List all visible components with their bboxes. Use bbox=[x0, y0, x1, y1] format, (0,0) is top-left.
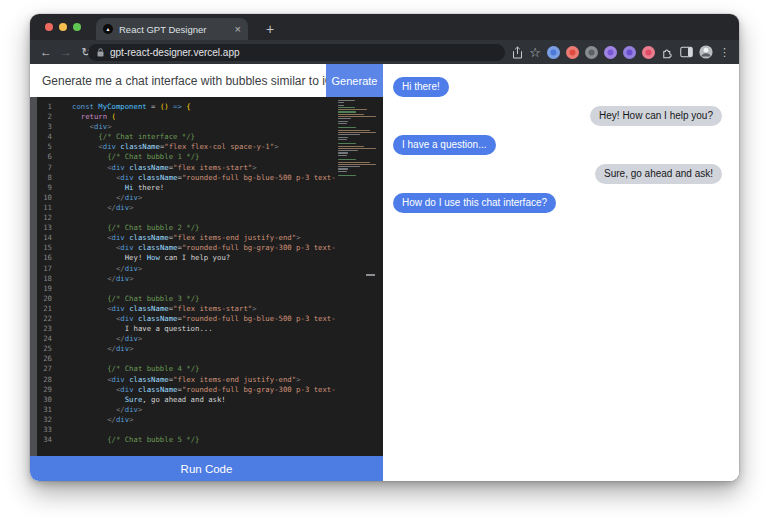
minimap-line bbox=[338, 166, 360, 167]
minimap-line bbox=[338, 102, 344, 103]
minimap-line bbox=[338, 118, 351, 119]
minimap-line bbox=[338, 130, 370, 131]
tab-title: React GPT Designer bbox=[119, 24, 229, 35]
code-line: 4 {/* Chat interface */} bbox=[30, 132, 335, 142]
red-extension-icon[interactable] bbox=[566, 46, 579, 59]
prompt-row: Generate bbox=[30, 64, 383, 97]
code-editor[interactable]: 1const MyComponent = () => {2 return (3 … bbox=[30, 97, 383, 456]
share-icon[interactable] bbox=[512, 46, 523, 59]
code-line: 26 bbox=[30, 354, 335, 364]
minimap-line bbox=[338, 152, 348, 153]
minimap-line bbox=[338, 132, 376, 133]
code-line: 14 <div className="flex items-end justif… bbox=[30, 233, 335, 243]
pink-extension-icon[interactable] bbox=[642, 46, 655, 59]
tab-favicon-icon: ▲ bbox=[103, 24, 113, 34]
purple-extension-icon-2[interactable] bbox=[623, 46, 636, 59]
minimap-line bbox=[338, 150, 358, 151]
code-line: 12 bbox=[30, 213, 335, 223]
code-line: 24 </div> bbox=[30, 334, 335, 344]
bookmark-star-icon[interactable]: ☆ bbox=[529, 46, 541, 59]
address-bar[interactable]: gpt-react-designer.vercel.app bbox=[88, 44, 505, 61]
code-line: 25 </div> bbox=[30, 344, 335, 354]
menu-kebab-icon[interactable]: ⋮ bbox=[719, 46, 730, 59]
code-line: 29 <div className="rounded-full bg-gray-… bbox=[30, 385, 335, 395]
extension-icons bbox=[547, 46, 655, 59]
minimap-line bbox=[338, 105, 344, 106]
minimap-line bbox=[338, 164, 376, 165]
minimap-line bbox=[338, 155, 347, 156]
minimap-line bbox=[338, 123, 347, 124]
forward-button[interactable]: → bbox=[56, 45, 76, 59]
code-line: 15 <div className="rounded-full bg-gray-… bbox=[30, 243, 335, 253]
code-line: 16 Hey! How can I help you? bbox=[30, 253, 335, 263]
code-line: 22 <div className="rounded-full bg-blue-… bbox=[30, 314, 335, 324]
code-line: 34 {/* Chat bubble 5 */} bbox=[30, 435, 335, 445]
code-line: 27 {/* Chat bubble 4 */} bbox=[30, 364, 335, 374]
url-text: gpt-react-designer.vercel.app bbox=[110, 47, 240, 58]
browser-tab[interactable]: ▲ React GPT Designer × bbox=[96, 18, 248, 40]
editor-minimap[interactable] bbox=[338, 100, 383, 178]
overview-ruler-marker bbox=[366, 274, 375, 276]
chat-bubble: Hi there! bbox=[393, 77, 449, 97]
screenshot-stage: ▲ React GPT Designer × + ← → ↻ gpt-react… bbox=[0, 0, 768, 520]
minimap-line bbox=[338, 116, 376, 117]
code-panel: Generate 1const MyComponent = () => {2 r… bbox=[30, 64, 383, 481]
code-line: 13 {/* Chat bubble 2 */} bbox=[30, 223, 335, 233]
generate-button[interactable]: Generate bbox=[326, 64, 383, 97]
code-line: 11 </div> bbox=[30, 203, 335, 213]
code-line: 6 {/* Chat bubble 1 */} bbox=[30, 152, 335, 162]
minimap-line bbox=[338, 139, 347, 140]
code-line: 2 return ( bbox=[30, 112, 335, 122]
browser-toolbar: ← → ↻ gpt-react-designer.vercel.app ☆ bbox=[30, 40, 739, 64]
minimap-line bbox=[338, 134, 360, 135]
back-button[interactable]: ← bbox=[36, 45, 56, 59]
chat-bubble: Hey! How can I help you? bbox=[590, 106, 722, 126]
code-line: 23 I have a question... bbox=[30, 324, 335, 334]
chat-bubble: I have a question... bbox=[393, 135, 496, 155]
tab-close-icon[interactable]: × bbox=[235, 24, 241, 35]
minimap-line bbox=[338, 111, 356, 112]
code-line: 28 <div className="flex items-end justif… bbox=[30, 375, 335, 385]
zoom-window-button[interactable] bbox=[73, 23, 81, 31]
page-content: Generate 1const MyComponent = () => {2 r… bbox=[30, 64, 739, 481]
chat-preview-panel: Hi there!Hey! How can I help you?I have … bbox=[383, 64, 739, 481]
code-line: 21 <div className="flex items-start"> bbox=[30, 304, 335, 314]
minimap-line bbox=[338, 148, 376, 149]
minimap-line bbox=[338, 100, 355, 101]
chat-bubble: How do I use this chat interface? bbox=[393, 193, 556, 213]
code-line: 8 <div className="rounded-full bg-blue-5… bbox=[30, 173, 335, 183]
minimap-line bbox=[338, 137, 348, 138]
minimap-line bbox=[338, 146, 364, 147]
code-line: 9 Hi there! bbox=[30, 183, 335, 193]
purple-extension-icon-1[interactable] bbox=[604, 46, 617, 59]
code-line: 33 bbox=[30, 425, 335, 435]
code-line: 3 <div> bbox=[30, 122, 335, 132]
profile-avatar[interactable] bbox=[699, 45, 713, 59]
run-code-button[interactable]: Run Code bbox=[30, 456, 383, 481]
minimap-line bbox=[338, 121, 348, 122]
code-line: 20 {/* Chat bubble 3 */} bbox=[30, 294, 335, 304]
minimap-line bbox=[338, 114, 364, 115]
toolbar-right-icons: ☆ ⋮ bbox=[512, 40, 730, 64]
minimap-line bbox=[338, 168, 348, 169]
minimap-line bbox=[338, 127, 356, 128]
browser-window: ▲ React GPT Designer × + ← → ↻ gpt-react… bbox=[30, 14, 739, 481]
minimize-window-button[interactable] bbox=[59, 23, 67, 31]
code-line: 30 Sure, go ahead and ask! bbox=[30, 395, 335, 405]
code-line: 18 </div> bbox=[30, 274, 335, 284]
password-manager-extension-icon[interactable] bbox=[547, 46, 560, 59]
gray-extension-icon[interactable] bbox=[585, 46, 598, 59]
code-line: 7 <div className="flex items-start"> bbox=[30, 163, 335, 173]
minimap-line bbox=[338, 107, 355, 108]
minimap-line bbox=[338, 159, 356, 160]
chat-bubble: Sure, go ahead and ask! bbox=[595, 164, 722, 184]
extensions-puzzle-icon[interactable] bbox=[661, 46, 674, 59]
code-line: 5 <div className="flex flex-col space-y-… bbox=[30, 142, 335, 152]
lock-icon bbox=[97, 48, 104, 57]
code-line: 1const MyComponent = () => { bbox=[30, 102, 335, 112]
close-window-button[interactable] bbox=[45, 23, 53, 31]
minimap-line bbox=[338, 143, 356, 144]
new-tab-button[interactable]: + bbox=[260, 19, 280, 39]
side-panel-icon[interactable] bbox=[680, 46, 693, 58]
code-lines: 1const MyComponent = () => {2 return (3 … bbox=[30, 102, 335, 445]
